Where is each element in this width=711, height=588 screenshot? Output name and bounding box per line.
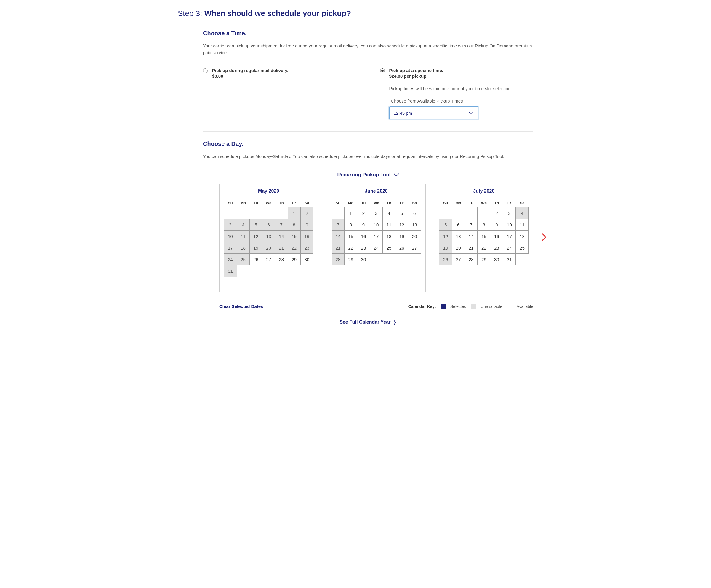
- calendar-day[interactable]: 17: [370, 230, 383, 242]
- calendar-day[interactable]: 29: [288, 253, 301, 265]
- calendar-day: 8: [288, 219, 301, 231]
- calendar-day[interactable]: 13: [408, 219, 421, 231]
- calendar-day[interactable]: 24: [370, 242, 383, 254]
- calendar-day[interactable]: 9: [490, 219, 503, 231]
- calendar-empty-cell: [439, 207, 452, 219]
- see-full-calendar-year-link[interactable]: See Full Calendar Year ❯: [203, 319, 533, 325]
- next-months-button[interactable]: [541, 233, 546, 243]
- calendar-day[interactable]: 26: [395, 242, 408, 254]
- calendar-day[interactable]: 21: [465, 242, 477, 254]
- calendar-day-header: Fr: [288, 198, 300, 207]
- calendar-day[interactable]: 16: [357, 230, 370, 242]
- calendar-day[interactable]: 29: [344, 253, 357, 265]
- calendar-day[interactable]: 15: [477, 230, 490, 242]
- calendar-day[interactable]: 28: [465, 253, 477, 265]
- calendar-day: 31: [224, 265, 237, 277]
- calendar-day[interactable]: 5: [395, 207, 408, 219]
- calendar-day[interactable]: 30: [357, 253, 370, 265]
- calendar-day[interactable]: 11: [515, 219, 529, 231]
- choose-time-desc: Your carrier can pick up your shipment f…: [203, 43, 533, 56]
- calendar-day[interactable]: 6: [452, 219, 465, 231]
- calendar-empty-cell: [331, 207, 345, 219]
- calendar-day[interactable]: 6: [408, 207, 421, 219]
- calendar-day-header: Th: [275, 198, 288, 207]
- calendar-day[interactable]: 23: [357, 242, 370, 254]
- calendar-day: 14: [275, 230, 288, 242]
- calendar-day[interactable]: 2: [490, 207, 503, 219]
- calendar-empty-cell: [224, 207, 237, 219]
- calendar-day[interactable]: 25: [515, 242, 529, 254]
- calendar-day[interactable]: 18: [383, 230, 395, 242]
- calendar-day: 7: [275, 219, 288, 231]
- choose-day-desc: You can schedule pickups Monday-Saturday…: [203, 153, 533, 160]
- radio-unchecked-icon[interactable]: [203, 68, 208, 73]
- calendar-day[interactable]: 17: [503, 230, 516, 242]
- calendar-day[interactable]: 13: [452, 230, 465, 242]
- calendar-day-header: We: [262, 198, 275, 207]
- calendar-day[interactable]: 4: [383, 207, 395, 219]
- calendar-day: 12: [439, 230, 452, 242]
- calendar-day[interactable]: 24: [503, 242, 516, 254]
- calendar-day: 23: [300, 242, 314, 254]
- calendar-day[interactable]: 31: [503, 253, 516, 265]
- calendar-month: June 2020SuMoTuWeThFrSa12345678910111213…: [327, 184, 425, 292]
- calendar-day[interactable]: 14: [465, 230, 477, 242]
- calendar-day[interactable]: 20: [408, 230, 421, 242]
- option-regular-delivery[interactable]: Pick up during regular mail delivery. $0…: [203, 68, 357, 120]
- calendar-day[interactable]: 25: [383, 242, 395, 254]
- calendar-day[interactable]: 26: [250, 253, 262, 265]
- calendar-day[interactable]: 20: [452, 242, 465, 254]
- radio-checked-icon[interactable]: [380, 68, 385, 73]
- calendar-day[interactable]: 12: [395, 219, 408, 231]
- calendar-day[interactable]: 1: [344, 207, 357, 219]
- calendar-day[interactable]: 15: [344, 230, 357, 242]
- calendar-day-header: Tu: [250, 198, 262, 207]
- calendar-day[interactable]: 7: [465, 219, 477, 231]
- calendar-day[interactable]: 8: [344, 219, 357, 231]
- calendar-day: 10: [224, 230, 237, 242]
- calendar-day[interactable]: 30: [490, 253, 503, 265]
- calendar-day: 22: [288, 242, 301, 254]
- calendar-day[interactable]: 30: [300, 253, 314, 265]
- calendar-day: 5: [250, 219, 262, 231]
- calendar-legend: Calendar Key: Selected Unavailable Avail…: [408, 304, 533, 309]
- calendar-day[interactable]: 3: [503, 207, 516, 219]
- option-specific-time[interactable]: Pick up at a specific time. $24.00 per p…: [380, 68, 534, 120]
- calendar-day[interactable]: 8: [477, 219, 490, 231]
- calendar-day: 20: [262, 242, 275, 254]
- calendar-day-header: Sa: [408, 198, 421, 207]
- calendar-day[interactable]: 27: [262, 253, 275, 265]
- calendar-day-header: Su: [439, 198, 452, 207]
- calendar-day: 9: [300, 219, 314, 231]
- calendar-day[interactable]: 22: [477, 242, 490, 254]
- calendar-day[interactable]: 10: [503, 219, 516, 231]
- calendar-day[interactable]: 27: [408, 242, 421, 254]
- calendar-day[interactable]: 9: [357, 219, 370, 231]
- calendar-day[interactable]: 22: [344, 242, 357, 254]
- calendar-day[interactable]: 27: [452, 253, 465, 265]
- calendar-day-header: Th: [383, 198, 395, 207]
- calendar-day-header: We: [370, 198, 383, 207]
- calendar-day[interactable]: 11: [383, 219, 395, 231]
- calendar-day: 4: [237, 219, 250, 231]
- calendar-day[interactable]: 28: [275, 253, 288, 265]
- legend-available-text: Available: [516, 304, 533, 309]
- pickup-time-dropdown[interactable]: 12:45 pm: [389, 106, 478, 120]
- calendar-day[interactable]: 18: [515, 230, 529, 242]
- recurring-pickup-tool-link[interactable]: Recurring Pickup Tool: [203, 172, 533, 178]
- full-year-label: See Full Calendar Year: [340, 319, 390, 324]
- calendar-day[interactable]: 23: [490, 242, 503, 254]
- calendar-day[interactable]: 10: [370, 219, 383, 231]
- calendar-day[interactable]: 29: [477, 253, 490, 265]
- step-question: When should we schedule your pickup?: [204, 9, 351, 18]
- clear-selected-dates-link[interactable]: Clear Selected Dates: [219, 304, 263, 309]
- calendar-day[interactable]: 19: [395, 230, 408, 242]
- calendar-day[interactable]: 16: [490, 230, 503, 242]
- calendar-day[interactable]: 1: [477, 207, 490, 219]
- calendar-day-header: Mo: [237, 198, 250, 207]
- calendar-day[interactable]: 3: [370, 207, 383, 219]
- calendar-day-header: We: [477, 198, 490, 207]
- calendar-day: 6: [262, 219, 275, 231]
- calendar-day[interactable]: 2: [357, 207, 370, 219]
- calendar-day: 19: [250, 242, 262, 254]
